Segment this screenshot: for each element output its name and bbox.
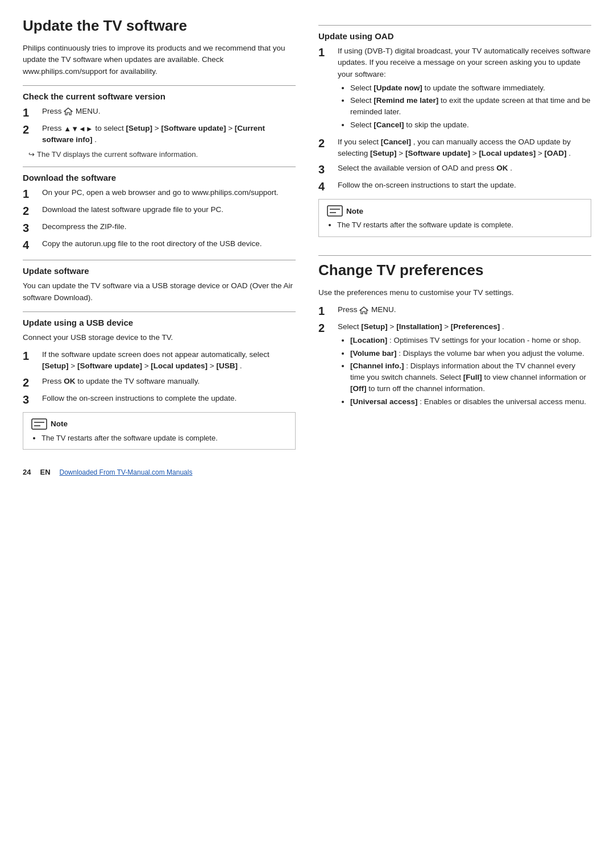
usb-intro: Connect your USB storage device to the T… (23, 332, 296, 343)
oad-b3-pre: Select (350, 121, 374, 129)
ct-volumebar-label: [Volume bar] (350, 349, 397, 358)
ct-full: [Full] (463, 373, 482, 381)
ct-location-text: : Optimises TV settings for your locatio… (389, 336, 581, 344)
oad-step-num-4: 4 (318, 180, 334, 193)
oad-b1-pre: Select (350, 84, 374, 92)
oad-gt2: > (472, 149, 479, 157)
svg-rect-1 (32, 419, 47, 429)
oad-local-updates2: [Local updates] (479, 149, 536, 157)
oad-sw-update2: [Software update] (405, 149, 470, 157)
usb-gt2: > (144, 362, 151, 370)
usb-section: Update using a USB device Connect your U… (23, 318, 296, 450)
dl-step-num-3: 3 (23, 221, 39, 235)
check-section: Check the current software version 1 Pre… (23, 92, 296, 159)
check-steps: 1 Press MENU. 2 (23, 106, 296, 146)
ct-channelinfo-label: [Channel info.] (350, 362, 404, 370)
left-column: Update the TV software Philips continuou… (23, 17, 296, 454)
ct-volumebar-text: : Displays the volume bar when you adjus… (399, 349, 584, 358)
ct-bullet-universalaccess: [Universal access] : Enables or disables… (350, 396, 591, 408)
dl-step-num-1: 1 (23, 187, 39, 201)
page-number: 24 (23, 468, 31, 476)
oad-step-2: 2 If you select [Cancel] , you can manua… (318, 136, 591, 160)
oad-update-now: [Update now] (374, 84, 422, 92)
select-text: to select (96, 124, 126, 132)
menu-label-1: MENU. (76, 107, 101, 115)
ct-channelinfo-end: to turn off the channel information. (368, 384, 485, 393)
dl-step-3-content: Decompress the ZIP-file. (42, 221, 296, 232)
ct-gt1: > (390, 322, 397, 331)
ct-channelinfo-mid: to view channel information or (484, 373, 586, 381)
oad-ok: OK (496, 164, 508, 172)
gt2: > (228, 124, 235, 132)
dl-step-2-content: Download the latest software upgrade fil… (42, 204, 296, 215)
ct-end: . (502, 322, 504, 331)
download-step-3: 3 Decompress the ZIP-file. (23, 221, 296, 235)
oad-step1-bullets: Select [Update now] to update the softwa… (338, 82, 591, 131)
usb-step1-text: If the software update screen does not a… (42, 350, 269, 359)
language-label: EN (40, 468, 50, 476)
usb-press: Press (42, 377, 64, 385)
ct-installation: [Installation] (396, 322, 442, 331)
oad-step-4: 4 Follow the on-screen instructions to s… (318, 180, 591, 193)
oad-step-num-2: 2 (318, 136, 334, 150)
download-steps: 1 On your PC, open a web browser and go … (23, 187, 296, 252)
footer-link[interactable]: Downloaded From TV-Manual.com Manuals (60, 468, 193, 476)
check-step-1-content: Press MENU. (42, 106, 296, 117)
check-section-title: Check the current software version (23, 92, 296, 101)
gt1: > (155, 124, 161, 132)
usb-step-num-3: 3 (23, 393, 39, 406)
divider-1 (23, 85, 296, 86)
usb-step-3-content: Follow the on-screen instructions to com… (42, 393, 296, 404)
download-section: Download the software 1 On your PC, open… (23, 173, 296, 252)
software-update-label: [Software update] (161, 124, 226, 132)
change-tv-step-1: 1 Press MENU. (318, 304, 591, 318)
oad-step3-text: Select the available version of OAD and … (338, 164, 496, 172)
download-step-2: 2 Download the latest software upgrade f… (23, 204, 296, 218)
svg-rect-4 (327, 206, 342, 216)
ct-menu: MENU. (371, 305, 396, 314)
oad-step2-pre: If you select (338, 138, 381, 146)
oad-step1-text: If using (DVB-T) digital broadcast, your… (338, 47, 591, 78)
oad-section: Update using OAD 1 If using (DVB-T) digi… (318, 25, 591, 237)
ct-preferences: [Preferences] (451, 322, 500, 331)
oad-step-3-content: Select the available version of OAD and … (338, 163, 591, 174)
oad-b3-rest: to skip the update. (406, 121, 468, 129)
oad-bullet-2: Select [Remind me later] to exit the upd… (350, 95, 591, 118)
ct-bullet-location: [Location] : Optimises TV settings for y… (350, 335, 591, 346)
oad-b1-rest: to update the software immediately. (425, 84, 545, 92)
setup-label: [Setup] (126, 124, 153, 132)
oad-steps: 1 If using (DVB-T) digital broadcast, yo… (318, 45, 591, 193)
oad-note-label: Note (346, 207, 363, 215)
oad-gt1: > (399, 149, 405, 157)
usb-end: . (240, 362, 242, 370)
nav-arrows: ▲▼◄► (64, 123, 93, 135)
oad-step-3: 3 Select the available version of OAD an… (318, 163, 591, 176)
usb-setup: [Setup] (42, 362, 69, 370)
check-step-2-content: Press ▲▼◄► to select [Setup] > [Software… (42, 123, 296, 146)
oad-step3-end: . (510, 164, 512, 172)
ct-gt2: > (444, 322, 451, 331)
main-title: Update the TV software (23, 17, 296, 35)
oad-step-num-1: 1 (318, 45, 334, 59)
arrow-icon: ↪ (28, 150, 35, 159)
ct-bullet-volumebar: [Volume bar] : Displays the volume bar w… (350, 348, 591, 359)
change-tv-section: Change TV preferences Use the preference… (318, 255, 591, 410)
oad-step-2-content: If you select [Cancel] , you can manuall… (338, 136, 591, 160)
home-icon-2 (359, 306, 368, 314)
usb-note-list: The TV restarts after the software updat… (31, 433, 287, 444)
oad-note-item-1: The TV restarts after the software updat… (337, 219, 583, 231)
ct-step-num-2: 2 (318, 321, 334, 335)
download-step-1: 1 On your PC, open a web browser and go … (23, 187, 296, 201)
oad-cancel: [Cancel] (374, 121, 404, 129)
oad-gt3: > (538, 149, 545, 157)
dl-step-1-content: On your PC, open a web browser and go to… (42, 187, 296, 198)
dl-step-num-4: 4 (23, 238, 39, 252)
note-icon-1 (31, 418, 47, 430)
update-software-section: Update software You can update the TV so… (23, 266, 296, 304)
note-icon-2 (327, 205, 343, 217)
usb-rest: to update the TV software manually. (77, 377, 200, 385)
oad-bullet-3: Select [Cancel] to skip the update. (350, 119, 591, 131)
change-tv-intro: Use the preferences menu to customise yo… (318, 287, 591, 298)
usb-note-box: Note The TV restarts after the software … (23, 412, 296, 450)
usb-note-header: Note (31, 418, 287, 430)
